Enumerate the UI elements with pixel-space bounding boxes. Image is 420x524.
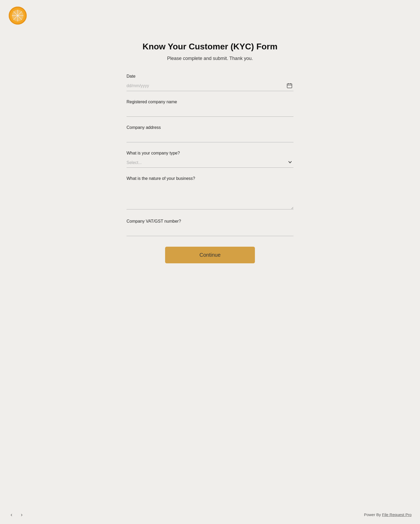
company-type-select[interactable]: Select... Sole Trader Partnership Limite… (127, 158, 293, 168)
company-address-input[interactable] (127, 132, 293, 142)
header (0, 0, 420, 31)
svg-point-6 (17, 15, 18, 16)
business-nature-label: What is the nature of your business? (127, 176, 293, 181)
company-type-wrapper: Select... Sole Trader Partnership Limite… (127, 158, 293, 168)
form-subtitle: Please complete and submit. Thank you. (127, 56, 293, 61)
business-nature-field: What is the nature of your business? (127, 176, 293, 210)
next-button[interactable]: › (19, 511, 25, 519)
prev-button[interactable]: ‹ (8, 511, 15, 519)
company-address-label: Company address (127, 125, 293, 130)
date-label: Date (127, 74, 293, 79)
date-input[interactable] (127, 81, 293, 91)
form-title: Know Your Customer (KYC) Form (127, 42, 293, 52)
powered-by-link[interactable]: File Request Pro (382, 512, 412, 517)
company-address-field: Company address (127, 125, 293, 142)
company-name-input[interactable] (127, 106, 293, 117)
date-field: Date (127, 74, 293, 91)
logo (8, 6, 27, 25)
company-name-field: Registered company name (127, 100, 293, 117)
powered-by: Power By File Request Pro (364, 512, 412, 517)
company-type-label: What is your company type? (127, 151, 293, 156)
business-nature-wrapper (127, 183, 293, 210)
vat-number-input[interactable] (127, 226, 293, 236)
footer: ‹ › Power By File Request Pro (0, 505, 420, 524)
company-type-field: What is your company type? Select... Sol… (127, 151, 293, 168)
company-name-label: Registered company name (127, 100, 293, 104)
business-nature-textarea[interactable] (127, 183, 293, 209)
vat-number-field: Company VAT/GST number? (127, 219, 293, 236)
main-content: Know Your Customer (KYC) Form Please com… (120, 31, 300, 295)
kyc-form: Date Registered company name Compa (127, 74, 293, 263)
date-wrapper (127, 81, 293, 91)
continue-button[interactable]: Continue (165, 247, 255, 263)
powered-by-text: Power By (364, 512, 382, 517)
nav-buttons: ‹ › (8, 511, 25, 519)
vat-number-label: Company VAT/GST number? (127, 219, 293, 224)
